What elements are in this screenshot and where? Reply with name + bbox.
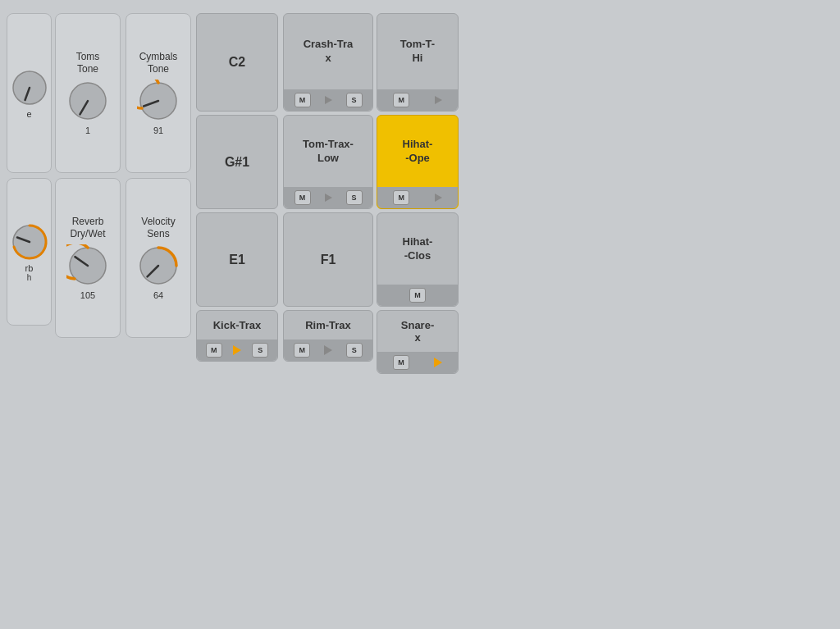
snare-play-btn[interactable] (434, 358, 442, 367)
tom-low-s-btn[interactable]: S (346, 190, 363, 205)
crash-play-btn[interactable] (325, 96, 332, 104)
rim-trax-label: Rim-Trax (284, 311, 372, 340)
note-c2-cell: C2 (196, 13, 278, 112)
tom-hi-name: Tom-T-Hi (377, 14, 458, 89)
cymbals-tone-panel: CymbalsTone 91 (126, 13, 191, 173)
kick-m-btn[interactable]: M (206, 343, 222, 358)
note-g1-label: G#1 (225, 155, 249, 170)
rim-m-btn[interactable]: M (294, 343, 310, 358)
partial-knob2-svg (10, 222, 49, 262)
snare-x-label: Snare-x (377, 311, 458, 352)
snare-x-cell: Snare-x M (377, 310, 459, 374)
velocity-sens-value: 64 (153, 290, 163, 300)
tom-low-m-btn[interactable]: M (294, 190, 311, 205)
reverb-drywet-knob[interactable] (66, 244, 109, 287)
crash-s-btn[interactable]: S (346, 93, 363, 107)
toms-tone-value: 1 (85, 125, 90, 135)
tom-trax-low-cell: Tom-Trax-Low M S (283, 115, 373, 209)
hihat-closed-m-btn[interactable]: M (409, 288, 426, 303)
velocity-sens-panel: VelocitySens 64 (126, 178, 191, 338)
velocity-sens-label: VelocitySens (141, 216, 175, 239)
reverb-drywet-label: ReverbDry/Wet (70, 216, 105, 239)
hihat-open-transport: M (377, 187, 458, 208)
hihat-open-play-btn[interactable] (435, 194, 442, 202)
hihat-closed-transport: M (377, 285, 458, 306)
kick-trax-transport: M S (197, 340, 277, 361)
knob-row-1: Toms Tone 1 CymbalsTone 91 (55, 13, 191, 173)
hihat-open-name: Hihat--Ope (377, 116, 458, 187)
rim-play-btn[interactable] (324, 345, 332, 355)
rim-trax-cell: Rim-Trax M S (283, 310, 373, 362)
hihat-open-m-btn[interactable]: M (393, 190, 409, 205)
left-partial-col: e rb h (7, 13, 52, 616)
rim-trax-transport: M S (284, 340, 372, 361)
snare-m-btn[interactable]: M (393, 355, 409, 370)
hihat-closed-name: Hihat--Clos (377, 213, 458, 285)
toms-tone-label: Toms Tone (76, 51, 100, 75)
kick-s-btn[interactable]: S (252, 343, 268, 358)
partial-knob2-value: h (27, 273, 32, 282)
crash-trax-col: Crash-Trax M S Tom-Trax-Low M S F1 (283, 13, 373, 616)
tom-hi-transport: M (377, 89, 458, 111)
crash-trax-name: Crash-Trax (284, 14, 372, 89)
note-c2-label: C2 (229, 55, 245, 70)
knob-section: Toms Tone 1 CymbalsTone 91 (55, 13, 191, 616)
toms-tone-knob[interactable] (66, 80, 109, 122)
partial-knob-bottom: rb h (7, 178, 52, 326)
kick-play-btn[interactable] (233, 345, 241, 355)
note-e1-cell: E1 (196, 212, 278, 307)
reverb-drywet-panel: ReverbDry/Wet 105 (55, 178, 121, 338)
f1-cell: F1 (283, 212, 373, 307)
tom-hi-play-btn[interactable] (435, 96, 442, 104)
crash-m-btn[interactable]: M (294, 93, 311, 107)
tom-low-play-btn[interactable] (325, 194, 332, 202)
reverb-drywet-value: 105 (80, 290, 95, 300)
cymbals-tone-knob[interactable] (137, 80, 180, 122)
toms-tone-panel: Toms Tone 1 (55, 13, 121, 173)
tom-hi-m-btn[interactable]: M (393, 93, 409, 107)
note-e1-label: E1 (229, 253, 245, 267)
main-container: e rb h Toms Tone 1 (0, 0, 840, 629)
tom-hi-cell: Tom-T-Hi M (377, 13, 459, 112)
rim-s-btn[interactable]: S (346, 343, 363, 358)
kick-trax-label: Kick-Trax (197, 311, 277, 340)
middle-note-section: C2 G#1 E1 Kick-Trax M S (196, 13, 278, 616)
partial-knob-svg (10, 68, 49, 107)
hihat-closed-cell: Hihat--Clos M (377, 212, 459, 307)
tom-trax-low-name: Tom-Trax-Low (284, 116, 372, 187)
f1-label: F1 (321, 253, 336, 267)
cymbals-tone-value: 91 (153, 125, 163, 135)
cymbals-tone-label: CymbalsTone (139, 51, 178, 75)
crash-trax-cell: Crash-Trax M S (283, 13, 373, 112)
velocity-sens-knob[interactable] (137, 244, 180, 287)
knob-row-2: ReverbDry/Wet 105 VelocitySens 64 (55, 178, 191, 338)
track-columns-area: Crash-Trax M S Tom-Trax-Low M S F1 (283, 13, 459, 616)
kick-trax-cell: Kick-Trax M S (196, 310, 278, 362)
partial-knob2-label: rb (25, 263, 34, 273)
tom-trax-low-transport: M S (284, 187, 372, 208)
partial-knob-top: e (7, 13, 52, 173)
note-g1-cell: G#1 (196, 115, 278, 209)
tom-hi-col: Tom-T-Hi M Hihat--Ope M Hihat--Clos M (377, 13, 459, 616)
partial-knob-label: e (26, 109, 31, 119)
crash-trax-transport: M S (284, 89, 372, 111)
snare-x-transport: M (377, 352, 458, 373)
hihat-open-cell: Hihat--Ope M (377, 115, 459, 209)
